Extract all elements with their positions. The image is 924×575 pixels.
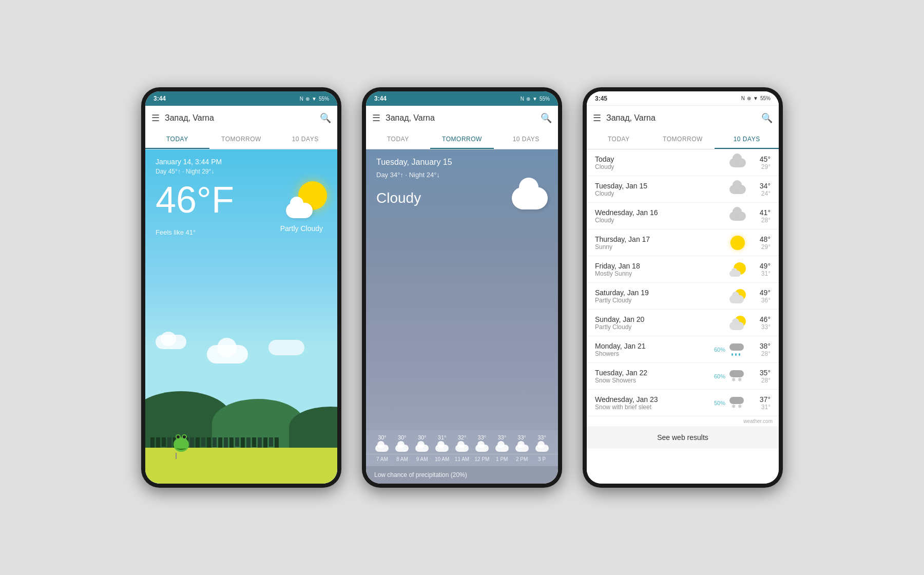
- day-icon-7: [727, 343, 748, 356]
- location-text-1[interactable]: Запад, Varna: [165, 113, 315, 123]
- day-info-8: Tuesday, Jan 22 Snow Showers: [595, 369, 714, 384]
- high-6: 46°: [748, 315, 771, 323]
- tab-10days-2[interactable]: 10 DAYS: [494, 130, 558, 149]
- feels-like: Feels like 41°: [156, 228, 196, 236]
- hourly-icon-8: [532, 445, 552, 452]
- day-icon-6: [727, 316, 748, 330]
- wifi-icon-2: ▼: [532, 96, 537, 102]
- location-text-3[interactable]: Запад, Varna: [606, 113, 756, 123]
- tendays-content: Today Cloudy 45° 29° Tuesday, Jan 15 Clo…: [587, 149, 779, 484]
- see-web-button[interactable]: See web results: [587, 426, 779, 449]
- high-9: 37°: [748, 395, 771, 404]
- today-content: January 14, 3:44 PM Day 45°↑ · Night 29°…: [145, 149, 337, 484]
- status-icons-3: N ⊕ ▼ 55%: [741, 95, 771, 101]
- tab-today-1[interactable]: TODAY: [145, 130, 209, 149]
- signal-icon-3: ⊕: [747, 95, 751, 101]
- frog-smile: [177, 447, 186, 450]
- main-temperature: 46°F: [156, 181, 234, 218]
- hourly-icon-2: [412, 445, 432, 452]
- tab-tomorrow-1[interactable]: TOMORROW: [209, 130, 274, 149]
- hourly-temp-8: 33°: [532, 434, 552, 440]
- low-today: 29°: [748, 163, 771, 170]
- tab-tomorrow-2[interactable]: TOMORROW: [430, 130, 494, 149]
- low-4: 31°: [748, 270, 771, 277]
- hourly-temp-3: 31°: [432, 434, 452, 440]
- mini-cloud-icon-1: [395, 445, 409, 452]
- flake-3: ❄: [732, 404, 736, 409]
- day-precip-icon-7: 60%: [714, 343, 748, 356]
- tabs-2: TODAY TOMORROW 10 DAYS: [366, 130, 558, 149]
- tabs-1: TODAY TOMORROW 10 DAYS: [145, 130, 337, 149]
- ms-cloud-4: [729, 271, 741, 277]
- day-temps-9: 37° 31°: [748, 395, 771, 411]
- mini-cloud-icon-3: [435, 445, 449, 452]
- cloudy-icon-2: [729, 212, 746, 221]
- mini-cloud-icon: [375, 445, 389, 452]
- tab-today-3[interactable]: TODAY: [587, 130, 651, 149]
- temp-row: 46°F: [156, 181, 327, 222]
- weather-info: January 14, 3:44 PM Day 45°↑ · Night 29°…: [145, 149, 337, 244]
- search-icon-3[interactable]: 🔍: [761, 112, 773, 124]
- snow-icon-9: ❄ ❄: [729, 397, 746, 409]
- day-condition-5: Partly Cloudy: [595, 297, 727, 304]
- signal-icon: ⊕: [305, 96, 310, 102]
- sunny-icon-3: [730, 236, 745, 250]
- phone-tomorrow: 3:44 N ⊕ ▼ 55% ☰ Запад, Varna 🔍 TODAY TO…: [362, 87, 562, 488]
- low-1: 24°: [748, 190, 771, 197]
- weather-icon-container: [286, 181, 327, 222]
- partly-cloudy-icon-5: [729, 289, 746, 303]
- hourly-time-7: 2 PM: [512, 456, 532, 462]
- day-icon-4: [727, 262, 748, 277]
- tomorrow-info: Tuesday, January 15 Day 34°↑ · Night 24°…: [366, 149, 558, 218]
- day-icon-8: ❄ ❄: [727, 370, 748, 382]
- menu-icon-2[interactable]: ☰: [372, 112, 380, 124]
- tab-10days-3[interactable]: 10 DAYS: [715, 130, 779, 149]
- precip-pct-9: 50%: [714, 400, 725, 406]
- bottom-labels: Feels like 41° Partly Cloudy: [156, 224, 327, 236]
- day-info-today: Today Cloudy: [595, 155, 727, 170]
- notification-icon-2: N: [521, 96, 524, 102]
- tree-trunk-3: [162, 437, 166, 447]
- day-icon-3: [727, 236, 748, 250]
- low-7: 28°: [748, 350, 771, 357]
- condition-label: Partly Cloudy: [280, 224, 323, 233]
- sn-flakes-8: ❄ ❄: [732, 377, 742, 382]
- drop-1: [732, 353, 733, 356]
- hourly-time-5: 12 PM: [472, 456, 492, 462]
- flake-4: ❄: [738, 404, 742, 409]
- signal-icon-2: ⊕: [526, 96, 530, 102]
- day-name-8: Tuesday, Jan 22: [595, 369, 714, 377]
- pc-cloud-6: [729, 322, 744, 330]
- menu-icon-3[interactable]: ☰: [593, 112, 601, 124]
- cloudy-icon-large: [512, 187, 548, 209]
- location-text-2[interactable]: Запад, Varna: [386, 113, 535, 123]
- hourly-icon-5: [472, 445, 492, 452]
- tab-today-2[interactable]: TODAY: [366, 130, 430, 149]
- battery-icon-3: 55%: [760, 95, 771, 101]
- menu-icon-1[interactable]: ☰: [151, 112, 160, 124]
- hourly-section: 30° 30° 30° 31° 32° 33° 33° 33° 33°: [366, 430, 558, 484]
- low-2: 28°: [748, 217, 771, 224]
- hourly-icon-3: [432, 445, 452, 452]
- sn-flakes-9: ❄ ❄: [732, 404, 742, 409]
- search-bar-2: ☰ Запад, Varna 🔍: [366, 106, 558, 130]
- search-icon-2[interactable]: 🔍: [541, 112, 552, 124]
- cloud-3: [268, 340, 304, 355]
- search-icon-1[interactable]: 🔍: [320, 112, 331, 124]
- day-name-2: Wednesday, Jan 16: [595, 208, 727, 217]
- drop-3: [739, 353, 740, 356]
- eye-pupil-r: [183, 435, 186, 438]
- tree-trunk-16: [235, 437, 239, 447]
- high-1: 34°: [748, 182, 771, 190]
- hourly-icon-4: [452, 445, 472, 452]
- day-temps-3: 48° 29°: [748, 235, 771, 251]
- day-temps-7: 38° 28°: [748, 342, 771, 357]
- tree-trunk-21: [263, 437, 267, 448]
- tomorrow-content: Tuesday, January 15 Day 34°↑ · Night 24°…: [366, 149, 558, 484]
- high-4: 49°: [748, 262, 771, 270]
- tomorrow-daynight: Day 34°↑ · Night 24°↓: [376, 171, 548, 179]
- tab-10days-1[interactable]: 10 DAYS: [273, 130, 337, 149]
- hourly-time-2: 9 AM: [412, 456, 432, 462]
- day-info-6: Sunday, Jan 20 Partly Cloudy: [595, 315, 727, 331]
- tab-tomorrow-3[interactable]: TOMORROW: [651, 130, 715, 149]
